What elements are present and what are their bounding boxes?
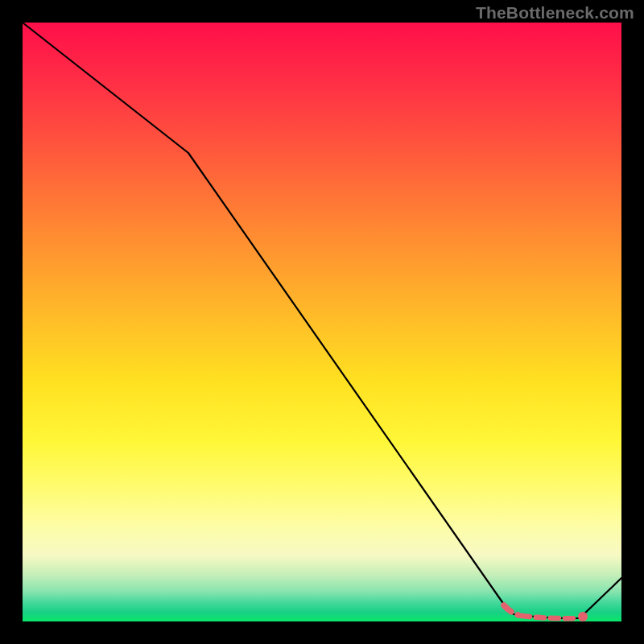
watermark-text: TheBottleneck.com (476, 3, 634, 23)
chart-frame: TheBottleneck.com (0, 0, 644, 644)
plot-area (23, 23, 621, 621)
highlight-optimal-range (504, 605, 518, 615)
highlight-point-icon (578, 612, 588, 621)
bottleneck-curve-line (23, 23, 621, 618)
chart-overlay (23, 23, 621, 621)
highlight-optimal-range-tail (522, 616, 578, 618)
